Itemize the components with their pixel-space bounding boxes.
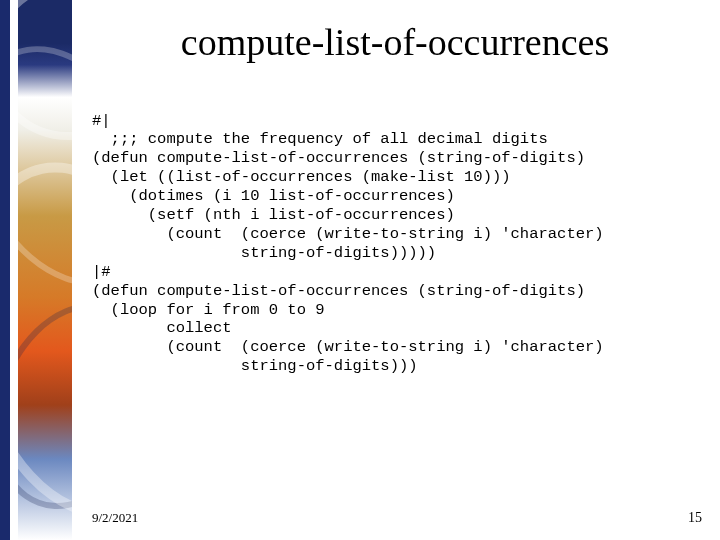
band-artwork bbox=[18, 0, 72, 540]
left-decorative-band bbox=[0, 0, 72, 540]
band-blue-stripe bbox=[0, 0, 10, 540]
swirl-decoration bbox=[18, 280, 72, 531]
footer-page-number: 15 bbox=[688, 510, 702, 526]
swirl-decoration bbox=[18, 15, 72, 316]
band-white-gap bbox=[10, 0, 18, 540]
slide: compute-list-of-occurrences #| ;;; compu… bbox=[0, 0, 720, 540]
footer-date: 9/2/2021 bbox=[92, 510, 138, 526]
slide-title: compute-list-of-occurrences bbox=[90, 20, 700, 64]
code-block: #| ;;; compute the frequency of all deci… bbox=[92, 112, 706, 377]
